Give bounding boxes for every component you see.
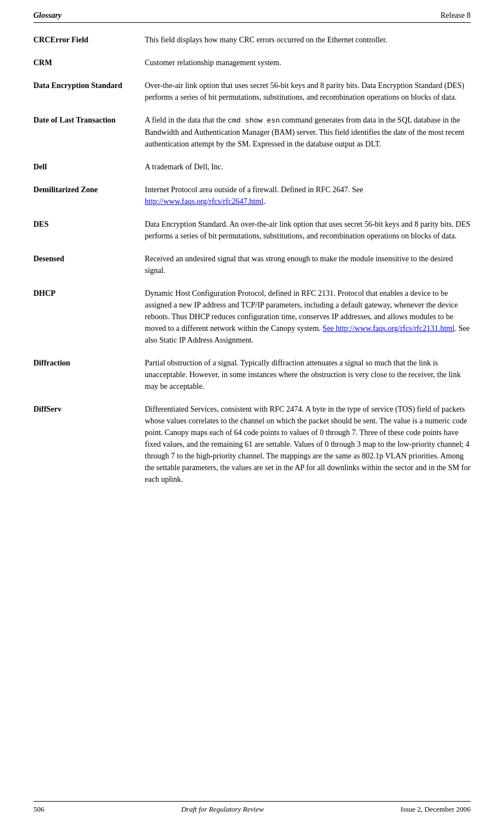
term-desensed: Desensed bbox=[33, 253, 145, 265]
def-diffserv: Differentiated Services, consistent with… bbox=[145, 403, 471, 485]
term-diffraction: Diffraction bbox=[33, 357, 145, 369]
term-dhcp: DHCP bbox=[33, 287, 145, 299]
term-crm: CRM bbox=[33, 57, 145, 69]
page-container: Glossary Release 8 CRCError Field This f… bbox=[0, 0, 504, 825]
entry-dell: Dell A trademark of Dell, Inc. bbox=[33, 161, 471, 173]
def-desensed: Received an undesired signal that was st… bbox=[145, 253, 471, 276]
entry-desensed: Desensed Received an undesired signal th… bbox=[33, 253, 471, 276]
entry-crm: CRM Customer relationship management sys… bbox=[33, 57, 471, 69]
term-dell: Dell bbox=[33, 161, 145, 173]
page-header: Glossary Release 8 bbox=[33, 11, 471, 23]
footer-page-number: 506 bbox=[33, 805, 45, 814]
entry-crc-error-field: CRCError Field This field displays how m… bbox=[33, 34, 471, 46]
entry-des: DES Data Encryption Standard. An over-th… bbox=[33, 218, 471, 242]
glossary-content: CRCError Field This field displays how m… bbox=[33, 34, 471, 485]
footer-document-status: Draft for Regulatory Review bbox=[181, 805, 263, 814]
def-crm: Customer relationship management system. bbox=[145, 57, 471, 69]
entry-diffserv: DiffServ Differentiated Services, consis… bbox=[33, 403, 471, 485]
def-demilitarized-zone: Internet Protocol area outside of a fire… bbox=[145, 184, 471, 207]
link-rfc2131[interactable]: See http://www.faqs.org/rfcs/rfc2131.htm… bbox=[322, 324, 454, 333]
code-cmd-show-esn: cmd show esn bbox=[228, 116, 280, 125]
def-dell: A trademark of Dell, Inc. bbox=[145, 161, 471, 173]
footer-issue-date: Issue 2, December 2006 bbox=[400, 805, 471, 814]
term-data-encryption-standard: Data Encryption Standard bbox=[33, 80, 145, 91]
def-diffraction: Partial obstruction of a signal. Typical… bbox=[145, 357, 471, 392]
entry-diffraction: Diffraction Partial obstruction of a sig… bbox=[33, 357, 471, 392]
term-diffserv: DiffServ bbox=[33, 403, 145, 415]
def-crc-error-field: This field displays how many CRC errors … bbox=[145, 34, 471, 46]
def-des: Data Encryption Standard. An over-the-ai… bbox=[145, 218, 471, 242]
term-date-of-last-transaction: Date of Last Transaction bbox=[33, 114, 145, 126]
term-crc-error-field: CRCError Field bbox=[33, 34, 145, 46]
term-demilitarized-zone: Demilitarized Zone bbox=[33, 184, 145, 196]
page-footer: 506 Draft for Regulatory Review Issue 2,… bbox=[33, 801, 471, 814]
header-release: Release 8 bbox=[441, 11, 471, 20]
entry-data-encryption-standard: Data Encryption Standard Over-the-air li… bbox=[33, 80, 471, 103]
def-date-of-last-transaction: A field in the data that the cmd show es… bbox=[145, 114, 471, 150]
def-data-encryption-standard: Over-the-air link option that uses secre… bbox=[145, 80, 471, 103]
def-dhcp: Dynamic Host Configuration Protocol, def… bbox=[145, 287, 471, 346]
entry-date-of-last-transaction: Date of Last Transaction A field in the … bbox=[33, 114, 471, 150]
header-title: Glossary bbox=[33, 11, 62, 20]
link-rfc2647[interactable]: http://www.faqs.org/rfcs/rfc2647.html bbox=[145, 197, 263, 206]
term-des: DES bbox=[33, 218, 145, 230]
entry-dhcp: DHCP Dynamic Host Configuration Protocol… bbox=[33, 287, 471, 346]
entry-demilitarized-zone: Demilitarized Zone Internet Protocol are… bbox=[33, 184, 471, 207]
